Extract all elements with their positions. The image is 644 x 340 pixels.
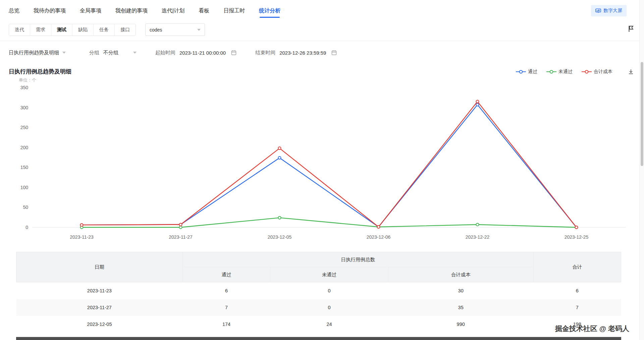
top-nav-tabs: 总览我待办的事项全局事项我创建的事项迭代|计划看板日报工时统计分析	[9, 5, 280, 17]
calendar-icon[interactable]	[231, 50, 236, 55]
top-nav-item-4[interactable]: 我创建的事项	[115, 5, 148, 17]
digital-screen-label: 数字大屏	[603, 8, 622, 14]
top-nav-item-5[interactable]: 迭代|计划	[162, 5, 184, 17]
start-time-filter: 起始时间 2023-11-21 00:00:00	[155, 50, 236, 56]
top-nav-item-2[interactable]: 我待办的事项	[34, 5, 66, 17]
legend-marker-icon	[546, 69, 556, 74]
group-label: 分组	[89, 50, 99, 56]
header-total: 合计	[533, 252, 621, 282]
data-point[interactable]	[476, 223, 479, 226]
flag-icon	[628, 25, 634, 32]
project-select-value: codes	[150, 27, 162, 33]
project-select[interactable]: codes	[145, 23, 205, 36]
data-point[interactable]	[278, 216, 281, 219]
download-icon	[628, 69, 634, 75]
calendar-icon[interactable]	[331, 50, 337, 55]
x-tick-label: 2023-11-27	[169, 234, 193, 240]
top-nav-item-1[interactable]: 总览	[9, 5, 19, 17]
legend-label: 合计成本	[594, 69, 612, 75]
chevron-down-icon	[197, 29, 201, 31]
legend-item-2[interactable]: 未通过	[546, 69, 573, 75]
y-tick-label: 0	[25, 225, 28, 230]
line-chart[interactable]: 单位：个0501001502002503003502023-11-232023-…	[9, 77, 631, 246]
detail-table: 日期 日执行用例总数 合计 通过未通过合计成本 2023-11-23603062…	[16, 252, 621, 333]
y-axis-unit-label: 单位：个	[19, 77, 36, 82]
data-point[interactable]	[575, 226, 578, 229]
vertical-scrollbar[interactable]	[639, 0, 644, 340]
category-tab-3[interactable]: 测试	[51, 24, 72, 36]
data-point[interactable]	[179, 226, 182, 229]
y-tick-label: 150	[20, 165, 29, 170]
cell-date: 2023-12-05	[16, 316, 183, 333]
y-tick-label: 300	[20, 105, 29, 110]
cell-cost: 35	[388, 299, 533, 316]
scrollbar-thumb[interactable]	[641, 62, 643, 166]
sub-navigation: 迭代需求测试缺陷任务接口 codes	[0, 21, 644, 41]
cell-fail: 0	[270, 282, 388, 299]
series-line-合计成本	[82, 102, 577, 227]
chevron-down-icon	[133, 52, 137, 54]
category-tab-4[interactable]: 缺陷	[72, 24, 93, 36]
data-point[interactable]	[80, 224, 83, 226]
category-tab-6[interactable]: 接口	[114, 24, 136, 36]
table-row: 2023-11-2360306	[16, 282, 621, 299]
cell-total: 198	[533, 316, 621, 333]
report-type-select[interactable]: 日执行用例趋势及明细	[9, 50, 66, 56]
y-tick-label: 100	[20, 185, 29, 190]
end-time-filter: 结束时间 2023-12-26 23:59:59	[255, 50, 337, 56]
category-tab-5[interactable]: 任务	[93, 24, 114, 36]
start-time-label: 起始时间	[155, 50, 175, 56]
legend-label: 未通过	[558, 69, 573, 75]
x-tick-label: 2023-12-06	[367, 234, 391, 240]
top-nav-item-7[interactable]: 日报工时	[223, 5, 245, 17]
y-tick-label: 350	[20, 85, 29, 90]
group-select[interactable]: 不分组	[103, 50, 137, 56]
download-button[interactable]	[628, 69, 634, 75]
flag-button[interactable]	[628, 25, 634, 33]
chevron-down-icon	[62, 52, 66, 54]
legend-item-1[interactable]: 通过	[516, 69, 537, 75]
legend-item-3[interactable]: 合计成本	[582, 69, 612, 75]
cell-cost: 30	[388, 282, 533, 299]
group-filter: 分组 不分组	[89, 50, 137, 56]
top-nav-item-6[interactable]: 看板	[199, 5, 209, 17]
data-point[interactable]	[377, 226, 380, 228]
data-point[interactable]	[179, 223, 182, 226]
sub-header-2: 未通过	[270, 267, 388, 282]
y-tick-label: 250	[20, 125, 29, 130]
cell-total: 7	[533, 299, 621, 316]
cell-date: 2023-11-27	[16, 299, 183, 316]
cell-total: 6	[533, 282, 621, 299]
screen-icon	[595, 8, 601, 13]
category-tab-1[interactable]: 迭代	[9, 24, 30, 36]
data-point[interactable]	[278, 147, 281, 150]
chart-header: 日执行用例总趋势及明细 通过未通过合计成本	[0, 64, 644, 75]
filter-bar: 日执行用例趋势及明细 分组 不分组 起始时间 2023-11-21 00:00:…	[0, 41, 644, 64]
end-time-input[interactable]: 2023-12-26 23:59:59	[279, 50, 326, 56]
table-header: 日期 日执行用例总数 合计 通过未通过合计成本	[16, 252, 621, 282]
top-nav-item-8[interactable]: 统计分析	[259, 5, 280, 17]
digital-screen-button[interactable]: 数字大屏	[591, 5, 627, 16]
statistics-page: 总览我待办的事项全局事项我创建的事项迭代|计划看板日报工时统计分析 数字大屏 迭…	[0, 0, 644, 340]
start-time-input[interactable]: 2023-11-21 00:00:00	[179, 50, 226, 56]
x-tick-label: 2023-12-22	[466, 234, 490, 240]
series-line-未通过	[82, 218, 577, 227]
cell-pass: 174	[182, 316, 270, 333]
top-nav-item-3[interactable]: 全局事项	[80, 5, 101, 17]
y-tick-label: 50	[23, 205, 28, 210]
cell-pass: 6	[182, 282, 270, 299]
category-tab-2[interactable]: 需求	[30, 24, 51, 36]
category-tab-group: 迭代需求测试缺陷任务接口	[9, 24, 136, 36]
data-point[interactable]	[476, 103, 479, 106]
sub-header-1: 通过	[182, 267, 270, 282]
cell-pass: 7	[182, 299, 270, 316]
chart-legend: 通过未通过合计成本	[516, 69, 612, 75]
chart-title: 日执行用例总趋势及明细	[9, 68, 71, 75]
data-point[interactable]	[278, 157, 281, 159]
cell-fail: 0	[270, 299, 388, 316]
sub-header-3: 合计成本	[388, 267, 533, 282]
chart-area: 单位：个0501001502002503003502023-11-232023-…	[0, 75, 644, 247]
cell-date: 2023-11-23	[16, 282, 183, 299]
top-navigation: 总览我待办的事项全局事项我创建的事项迭代|计划看板日报工时统计分析 数字大屏	[0, 0, 644, 21]
data-point[interactable]	[476, 100, 479, 103]
